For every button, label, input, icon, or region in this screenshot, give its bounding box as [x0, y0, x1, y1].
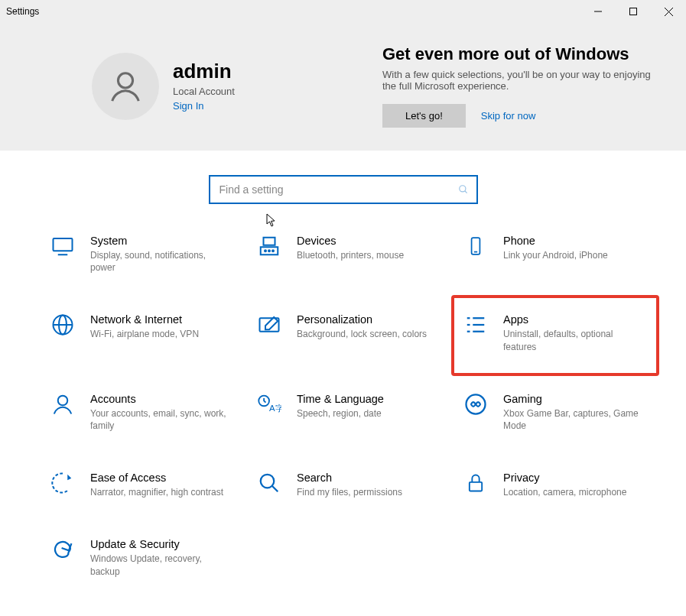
- svg-point-11: [265, 250, 266, 251]
- sign-in-link[interactable]: Sign In: [173, 100, 235, 112]
- devices-icon: [255, 235, 283, 274]
- tile-desc: Background, lock screen, colors: [297, 328, 427, 340]
- tile-title: Ease of Access: [90, 472, 223, 484]
- tile-title: Accounts: [90, 393, 228, 405]
- tile-title: Phone: [503, 235, 608, 247]
- svg-rect-1: [630, 8, 637, 15]
- svg-point-12: [268, 250, 270, 251]
- tile-desc: Link your Android, iPhone: [503, 249, 608, 261]
- tile-personalization[interactable]: Personalization Background, lock screen,…: [252, 310, 448, 355]
- privacy-icon: [462, 472, 489, 498]
- phone-icon: [462, 235, 489, 274]
- search-input[interactable]: [218, 183, 458, 196]
- apps-icon: [462, 313, 489, 352]
- time-language-icon: A字: [255, 393, 283, 432]
- tile-desc: Find my files, permissions: [297, 486, 402, 498]
- tile-network[interactable]: Network & Internet Wi-Fi, airplane mode,…: [46, 310, 242, 355]
- avatar[interactable]: [92, 53, 159, 120]
- tile-desc: Bluetooth, printers, mouse: [297, 249, 404, 261]
- mouse-cursor-icon: [266, 213, 277, 227]
- accounts-icon: [49, 393, 76, 432]
- tile-desc: Wi-Fi, airplane mode, VPN: [90, 328, 199, 340]
- personalization-icon: [255, 313, 283, 352]
- svg-point-30: [261, 475, 275, 488]
- tile-title: Network & Internet: [90, 313, 199, 326]
- search-area: [0, 151, 686, 219]
- tile-privacy[interactable]: Privacy Location, camera, microphone: [459, 468, 655, 501]
- svg-point-26: [58, 396, 68, 406]
- window-controls: [580, 0, 686, 23]
- tile-desc: Uninstall, defaults, optional features: [503, 328, 641, 352]
- tile-time-language[interactable]: A字 Time & Language Speech, region, date: [252, 390, 448, 435]
- search-icon: [458, 184, 469, 195]
- close-button[interactable]: [651, 0, 686, 23]
- tile-gaming[interactable]: Gaming Xbox Game Bar, captures, Game Mod…: [459, 390, 655, 435]
- tile-phone[interactable]: Phone Link your Android, iPhone: [459, 232, 655, 277]
- search-box[interactable]: [209, 175, 478, 204]
- svg-rect-7: [54, 238, 73, 251]
- tile-desc: Windows Update, recovery, backup: [90, 553, 228, 577]
- svg-point-13: [272, 250, 274, 251]
- titlebar: Settings: [0, 0, 686, 23]
- tile-accounts[interactable]: Accounts Your accounts, email, sync, wor…: [46, 390, 242, 435]
- svg-text:A字: A字: [269, 404, 281, 413]
- tile-desc: Narrator, magnifier, high contrast: [90, 486, 223, 498]
- tile-title: Personalization: [297, 313, 427, 326]
- header-banner: admin Local Account Sign In Get even mor…: [0, 23, 686, 151]
- search-category-icon: [255, 472, 283, 498]
- tile-desc: Display, sound, notifications, power: [90, 249, 228, 274]
- network-icon: [49, 313, 76, 352]
- categories-grid: System Display, sound, notifications, po…: [0, 219, 686, 581]
- user-block: admin Local Account Sign In: [92, 44, 336, 128]
- tile-title: Gaming: [503, 393, 641, 405]
- window-title: Settings: [6, 6, 39, 17]
- update-security-icon: [49, 538, 76, 577]
- tile-title: Privacy: [503, 472, 626, 484]
- gaming-icon: [462, 393, 489, 432]
- tile-title: System: [90, 235, 228, 247]
- svg-line-31: [272, 486, 278, 492]
- svg-line-6: [464, 191, 467, 193]
- tile-apps[interactable]: Apps Uninstall, defaults, optional featu…: [459, 310, 655, 355]
- tile-desc: Location, camera, microphone: [503, 486, 626, 498]
- tile-desc: Speech, region, date: [297, 407, 384, 420]
- system-icon: [49, 235, 76, 274]
- svg-rect-32: [470, 482, 482, 491]
- user-info: admin Local Account Sign In: [173, 60, 235, 112]
- tile-update-security[interactable]: Update & Security Windows Update, recove…: [46, 535, 242, 580]
- tile-desc: Your accounts, email, sync, work, family: [90, 407, 228, 432]
- minimize-button[interactable]: [580, 0, 616, 23]
- user-account-type: Local Account: [173, 86, 235, 97]
- tile-ease-of-access[interactable]: Ease of Access Narrator, magnifier, high…: [46, 468, 242, 501]
- tile-title: Time & Language: [297, 393, 384, 405]
- tile-title: Search: [297, 472, 402, 484]
- svg-point-5: [459, 186, 465, 192]
- tile-title: Update & Security: [90, 538, 228, 550]
- lets-go-button[interactable]: Let's go!: [382, 104, 466, 128]
- svg-point-4: [118, 73, 132, 87]
- tile-title: Apps: [503, 313, 641, 326]
- promo-description: With a few quick selections, you'll be o…: [382, 69, 658, 92]
- maximize-button[interactable]: [616, 0, 651, 23]
- tile-system[interactable]: System Display, sound, notifications, po…: [46, 232, 242, 277]
- svg-rect-9: [264, 238, 275, 245]
- tile-title: Devices: [297, 235, 404, 247]
- ease-of-access-icon: [49, 472, 76, 498]
- tile-devices[interactable]: Devices Bluetooth, printers, mouse: [252, 232, 448, 277]
- promo-block: Get even more out of Windows With a few …: [382, 44, 658, 128]
- promo-title: Get even more out of Windows: [382, 44, 658, 64]
- skip-link[interactable]: Skip for now: [481, 110, 536, 122]
- tile-desc: Xbox Game Bar, captures, Game Mode: [503, 407, 641, 432]
- tile-search[interactable]: Search Find my files, permissions: [252, 468, 448, 501]
- user-name: admin: [173, 60, 235, 83]
